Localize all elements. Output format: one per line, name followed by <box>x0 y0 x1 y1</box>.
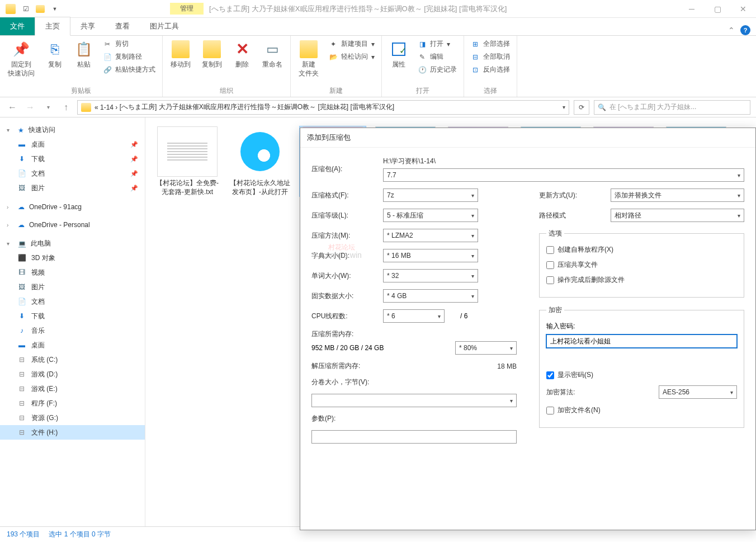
encryption-fieldset: 加密 输入密码: 显示密码(S) 加密算法:AES-256 加密文件名(N) <box>539 305 744 428</box>
qat-checkbox-icon[interactable]: ☑ <box>19 2 32 16</box>
delete-after-checkbox[interactable]: 操作完成后删除源文件 <box>546 275 737 285</box>
refresh-button[interactable]: ⟳ <box>574 100 589 115</box>
tab-picture-tools[interactable]: 图片工具 <box>140 17 189 35</box>
sidebar-item-downloads[interactable]: ⬇下载 <box>0 309 145 323</box>
sidebar-item-videos[interactable]: 🎞视频 <box>0 265 145 280</box>
sidebar-item-downloads[interactable]: ⬇下载📌 <box>0 152 145 166</box>
archive-name-input[interactable]: 7.7 <box>383 168 744 182</box>
encrypt-method-select[interactable]: AES-256 <box>659 385 737 399</box>
copy-path-button[interactable]: 📄复制路径 <box>101 51 158 63</box>
history-button[interactable]: 🕐历史记录 <box>415 64 459 76</box>
up-button[interactable]: ↑ <box>59 101 73 114</box>
recent-dropdown-icon[interactable]: ▾ <box>41 101 55 114</box>
help-icon[interactable]: ? <box>740 25 750 35</box>
window-title: [へちま工房] 大乃子姐妹催X眠应用程序进行性指导～妊娠调O教～ [完姐妹花] … <box>209 4 507 14</box>
breadcrumb-dropdown-icon[interactable]: ▾ <box>563 104 565 110</box>
cpu-select[interactable]: * 6 <box>383 309 445 323</box>
dict-select[interactable]: * 16 MB <box>383 249 478 262</box>
context-tab-manage: 管理 <box>170 3 204 15</box>
minimize-button[interactable]: ─ <box>679 0 705 18</box>
delete-button[interactable]: ✕删除 <box>230 38 254 72</box>
sidebar-quick-access[interactable]: ▾★快速访问 <box>0 123 145 137</box>
sidebar-item-drive-f[interactable]: ⊟程序 (F:) <box>0 396 145 411</box>
update-select[interactable]: 添加并替换文件 <box>611 188 744 202</box>
copy-to-button[interactable]: 复制到 <box>199 38 225 72</box>
search-icon: 🔍 <box>598 103 606 111</box>
sidebar-item-pictures[interactable]: 🖼图片📌 <box>0 181 145 195</box>
collapse-ribbon-icon[interactable]: ⌃ <box>728 26 735 35</box>
tab-share[interactable]: 共享 <box>70 17 105 35</box>
sidebar-item-drive-g[interactable]: ⊟资源 (G:) <box>0 411 145 425</box>
sidebar-onedrive-2[interactable]: ›☁OneDrive - Personal <box>0 219 145 231</box>
sidebar-this-pc[interactable]: ▾💻此电脑 <box>0 237 145 251</box>
params-input[interactable] <box>311 430 517 444</box>
new-item-button[interactable]: ✦新建项目 ▾ <box>327 38 377 50</box>
sidebar-item-3d[interactable]: ⬛3D 对象 <box>0 251 145 265</box>
folder-icon[interactable] <box>36 5 45 13</box>
shared-checkbox[interactable]: 压缩共享文件 <box>546 260 737 270</box>
qat-dropdown-icon[interactable]: ▼ <box>48 2 62 16</box>
tab-view[interactable]: 查看 <box>105 17 140 35</box>
open-button[interactable]: ◨打开 ▾ <box>415 38 459 50</box>
split-input[interactable] <box>311 394 517 407</box>
new-folder-button[interactable]: 新建 文件夹 <box>295 38 322 80</box>
group-clipboard: 📌固定到 快速访问 ⎘复制 📋粘贴 ✂剪切 📄复制路径 🔗粘贴快捷方式 剪贴板 <box>0 36 163 97</box>
sidebar-item-drive-h[interactable]: ⊟文件 (H:) <box>0 425 145 440</box>
sidebar-item-desktop[interactable]: ▬桌面📌 <box>0 137 145 152</box>
tab-home[interactable]: 主页 <box>35 17 70 36</box>
select-all-button[interactable]: ⊞全部选择 <box>469 38 512 50</box>
file-item[interactable]: 【村花论坛】全免费-无套路-更新快.txt <box>154 126 220 196</box>
sidebar-item-music[interactable]: ♪音乐 <box>0 323 145 338</box>
move-to-button[interactable]: 移动到 <box>167 38 194 72</box>
format-select[interactable]: 7z <box>383 188 478 202</box>
sidebar-item-documents[interactable]: 📄文档📌 <box>0 166 145 181</box>
edit-button[interactable]: ✎编辑 <box>415 51 459 63</box>
sidebar-item-desktop[interactable]: ▬桌面 <box>0 338 145 352</box>
solid-select[interactable]: * 4 GB <box>383 289 478 303</box>
paste-button[interactable]: 📋粘贴 <box>72 38 96 72</box>
sidebar-item-drive-e[interactable]: ⊟游戏 (E:) <box>0 381 145 396</box>
sidebar-item-drive-d[interactable]: ⊟游戏 (D:) <box>0 367 145 381</box>
file-item[interactable]: 【村花论坛永久地址发布页】-从此打开 <box>227 126 293 196</box>
group-select: ⊞全部选择 ⊟全部取消 ⊡反向选择 选择 <box>464 36 517 97</box>
ribbon-help: ⌃ ? <box>728 25 750 35</box>
titlebar: ☑ ▼ 管理 [へちま工房] 大乃子姐妹催X眠应用程序进行性指导～妊娠调O教～ … <box>0 0 756 18</box>
breadcrumb[interactable]: « 1-14 › [へちま工房] 大乃子姐妹催X眠应用程序进行性指导～妊娠调O教… <box>77 100 569 115</box>
back-button[interactable]: ← <box>6 101 19 114</box>
forward-button[interactable]: → <box>23 101 37 114</box>
paste-shortcut-button[interactable]: 🔗粘贴快捷方式 <box>101 64 158 76</box>
copy-button[interactable]: ⎘复制 <box>42 38 67 72</box>
sidebar-item-documents[interactable]: 📄文档 <box>0 294 145 309</box>
status-item-count: 193 个项目 <box>7 530 40 539</box>
word-select[interactable]: * 32 <box>383 269 478 282</box>
sidebar-item-drive-c[interactable]: ⊟系统 (C:) <box>0 352 145 367</box>
method-select[interactable]: * LZMA2 <box>383 229 478 242</box>
pin-icon: 📌 <box>130 170 138 177</box>
search-input[interactable]: 🔍 在 [へちま工房] 大乃子姐妹... <box>594 100 750 115</box>
cut-button[interactable]: ✂剪切 <box>101 38 158 50</box>
rename-button[interactable]: ▭重命名 <box>259 38 286 72</box>
select-none-button[interactable]: ⊟全部取消 <box>469 51 512 63</box>
show-password-checkbox[interactable]: 显示密码(S) <box>546 370 737 380</box>
group-new: 新建 文件夹 ✦新建项目 ▾ 📂轻松访问 ▾ 新建 <box>291 36 382 97</box>
password-input[interactable] <box>546 334 737 348</box>
encrypt-names-checkbox[interactable]: 加密文件名(N) <box>546 406 737 415</box>
tab-file[interactable]: 文件 <box>0 17 35 35</box>
easy-access-button[interactable]: 📂轻松访问 ▾ <box>327 51 377 63</box>
pin-to-quick-access-button[interactable]: 📌固定到 快速访问 <box>4 38 38 80</box>
group-organize: 移动到 复制到 ✕删除 ▭重命名 组织 <box>163 36 291 97</box>
options-fieldset: 选项 创建自释放程序(X) 压缩共享文件 操作完成后删除源文件 <box>539 229 744 298</box>
path-select[interactable]: 相对路径 <box>611 209 744 222</box>
sidebar-item-pictures[interactable]: 🖼图片 <box>0 280 145 294</box>
invert-selection-button[interactable]: ⊡反向选择 <box>469 64 512 76</box>
properties-button[interactable]: 属性 <box>386 38 411 72</box>
sidebar-onedrive-1[interactable]: ›☁OneDrive - 91acg <box>0 201 145 213</box>
sfx-checkbox[interactable]: 创建自释放程序(X) <box>546 245 737 254</box>
ribbon: 📌固定到 快速访问 ⎘复制 📋粘贴 ✂剪切 📄复制路径 🔗粘贴快捷方式 剪贴板 … <box>0 36 756 97</box>
mem-pct-select[interactable]: * 80% <box>455 341 517 355</box>
close-button[interactable]: ✕ <box>730 0 756 18</box>
maximize-button[interactable]: ▢ <box>705 0 730 18</box>
folder-icon <box>6 4 16 14</box>
level-select[interactable]: 5 - 标准压缩 <box>383 209 478 222</box>
archive-label: 压缩包(A): <box>311 164 379 174</box>
